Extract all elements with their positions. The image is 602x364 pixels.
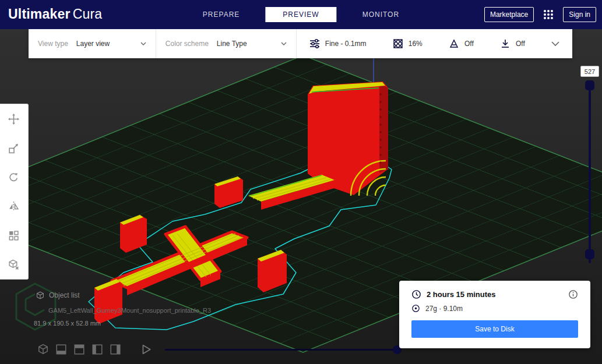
logo-cura: Cura [73, 6, 103, 22]
view-right-button[interactable] [110, 344, 121, 355]
top-view-icon [73, 344, 85, 355]
support-icon [449, 38, 459, 49]
color-scheme-value: Line Type [217, 40, 247, 48]
object-list-title: Object list [49, 291, 80, 299]
mirror-icon [8, 201, 19, 212]
view-left-button[interactable] [91, 344, 103, 355]
support-blocker-tool-button[interactable] [0, 250, 27, 279]
layer-slider-top-handle[interactable] [585, 80, 594, 90]
material-usage-row: 27g · 9.10m [411, 304, 578, 313]
adhesion-icon [500, 38, 511, 49]
profile-sliders-icon [309, 38, 320, 49]
tool-panel [0, 104, 29, 280]
cura-window: UltimakerCura PREPARE PREVIEW MONITOR Ma… [0, 0, 602, 364]
print-settings-summary[interactable]: Fine - 0.1mm 16% Off Off [297, 29, 572, 58]
play-icon [140, 344, 152, 355]
print-summary-panel: 2 hours 15 minutes 27g · 9.10m Save to D… [399, 281, 590, 348]
view-3d-button[interactable] [37, 344, 49, 355]
header: UltimakerCura PREPARE PREVIEW MONITOR Ma… [0, 0, 602, 29]
material-spool-icon [411, 304, 420, 313]
info-icon[interactable] [568, 289, 578, 299]
model-dimensions: 81.9 x 190.5 x 52.8 mm [34, 320, 211, 327]
material-usage-value: 27g · 9.10m [425, 305, 463, 313]
view-front-button[interactable] [55, 344, 67, 355]
header-actions: Marketplace Sign in [484, 0, 596, 29]
profile-value: Fine - 0.1mm [325, 40, 367, 48]
tab-monitor[interactable]: MONITOR [352, 7, 410, 22]
view-type-value: Layer view [76, 40, 110, 48]
front-view-icon [55, 344, 67, 355]
chevron-down-icon [281, 42, 287, 45]
view-options-toolbar: View type Layer view Color scheme Line T… [29, 29, 572, 58]
layer-slider-track[interactable] [589, 82, 591, 263]
cube-icon [36, 291, 44, 299]
logo-ultimaker: Ultimaker [8, 6, 71, 22]
model-file-name: GAM5_LeftWall_Gurney3Mount_nosupport_pri… [48, 307, 211, 314]
apps-grid-icon[interactable] [543, 9, 554, 20]
expand-chevron-down-icon[interactable] [551, 41, 559, 47]
save-to-disk-button[interactable]: Save to Disk [411, 320, 578, 338]
move-tool-button[interactable] [0, 104, 27, 133]
adhesion-value: Off [516, 40, 525, 48]
profile-setting: Fine - 0.1mm [309, 38, 367, 49]
adhesion-setting: Off [500, 38, 525, 49]
print-time-row: 2 hours 15 minutes [411, 289, 578, 299]
support-blocker-icon [8, 259, 19, 270]
left-view-icon [91, 344, 103, 355]
view-type-dropdown[interactable]: Layer view [76, 40, 146, 48]
color-scheme-section: Color scheme Line Type [156, 29, 297, 58]
scale-tool-button[interactable] [0, 133, 27, 162]
tab-preview[interactable]: PREVIEW [265, 7, 336, 22]
support-setting: Off [449, 38, 474, 49]
3d-view-icon [37, 344, 49, 355]
view-top-button[interactable] [73, 344, 85, 355]
playback-bar [37, 344, 400, 355]
support-value: Off [464, 40, 474, 48]
infill-icon [393, 38, 403, 49]
tab-prepare[interactable]: PREPARE [192, 7, 250, 22]
rotate-tool-button[interactable] [0, 162, 27, 192]
infill-setting: 16% [393, 38, 423, 49]
view-type-section: View type Layer view [29, 29, 156, 58]
infill-value: 16% [409, 40, 423, 48]
mirror-tool-button[interactable] [0, 192, 27, 221]
app-logo: UltimakerCura [8, 6, 102, 22]
simulation-play-button[interactable] [140, 344, 152, 355]
view-type-label: View type [38, 40, 68, 48]
right-view-icon [110, 344, 121, 355]
per-model-settings-tool-button[interactable] [0, 221, 27, 250]
color-scheme-label: Color scheme [166, 40, 209, 48]
clock-icon [411, 289, 421, 299]
layer-number-badge: 527 [580, 66, 599, 77]
marketplace-button[interactable]: Marketplace [484, 7, 534, 22]
move-icon [8, 114, 19, 125]
object-list-toggle[interactable]: Object list [36, 291, 211, 299]
chevron-down-icon [140, 42, 146, 45]
layer-slider-bottom-handle[interactable] [585, 249, 594, 259]
scale-icon [8, 143, 19, 154]
simulation-scrubber-track[interactable] [165, 349, 400, 351]
sign-in-button[interactable]: Sign in [563, 7, 596, 22]
rotate-icon [8, 172, 19, 183]
print-time-value: 2 hours 15 minutes [427, 290, 495, 299]
color-scheme-dropdown[interactable]: Line Type [217, 40, 287, 48]
stage-tabs: PREPARE PREVIEW MONITOR [192, 7, 410, 22]
object-list: Object list GAM5_LeftWall_Gurney3Mount_n… [36, 291, 211, 327]
per-model-settings-icon [8, 230, 19, 241]
